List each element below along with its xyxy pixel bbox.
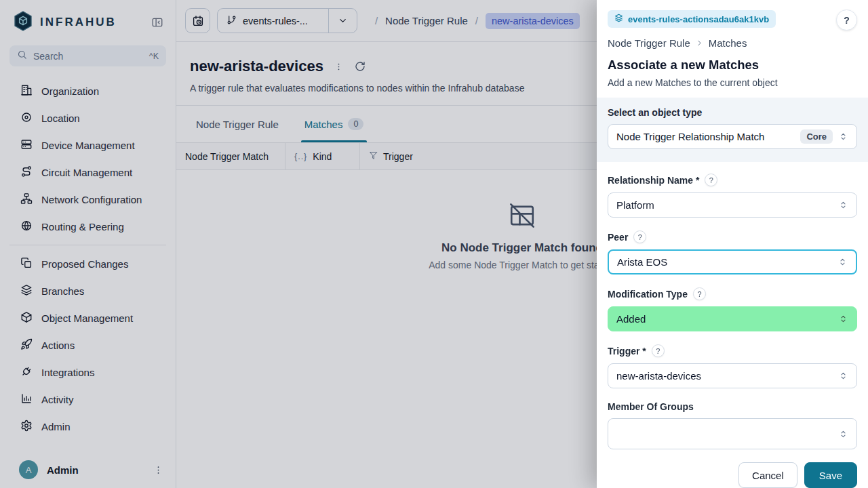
field-peer: Peer ? Arista EOS [608,230,857,274]
chevron-right-icon [695,39,704,47]
core-badge: Core [800,129,833,144]
object-type-label: Select an object type [608,107,857,118]
drawer-subtitle: Add a new Matches to the current object [608,77,857,88]
field-help-button[interactable]: ? [633,230,646,243]
chevrons-up-down-icon [838,371,848,381]
chevrons-up-down-icon [838,429,848,439]
object-type-select[interactable]: Node Trigger Relationship Match Core [608,124,857,149]
drawer-backdrop[interactable] [0,0,597,488]
field-help-button[interactable]: ? [693,287,706,300]
member-of-groups-select[interactable] [608,418,857,449]
drawer-footer: Cancel Save [597,462,868,488]
field-value: Platform [616,199,654,211]
branch-badge[interactable]: events-rules-actionsadau6ak1kvb [608,10,776,28]
help-button[interactable]: ? [836,9,857,30]
drawer-breadcrumb-parent[interactable]: Node Trigger Rule [608,37,690,49]
field-label: Relationship Name * [608,175,699,186]
chevrons-up-down-icon [838,131,848,142]
chevrons-up-down-icon [838,200,848,210]
drawer-breadcrumb-current: Matches [709,37,747,49]
field-relationship-name: Relationship Name * ? Platform [608,174,857,218]
layers-icon [614,14,623,24]
object-type-section: Select an object type Node Trigger Relat… [597,98,868,162]
cancel-button[interactable]: Cancel [738,462,797,488]
modification-type-select[interactable]: Added [608,306,857,331]
field-value: new-arista-devices [616,370,701,382]
chevrons-up-down-icon [838,314,848,324]
field-value: Added [616,313,646,325]
drawer-breadcrumb: Node Trigger Rule Matches [608,37,857,49]
field-help-button[interactable]: ? [652,344,665,357]
field-member-of-groups: Member Of Groups [608,401,857,449]
field-label: Peer [608,232,628,243]
branch-badge-label: events-rules-actionsadau6ak1kvb [628,14,769,24]
associate-matches-drawer: events-rules-actionsadau6ak1kvb ? Node T… [597,0,868,488]
peer-select[interactable]: Arista EOS [608,249,857,274]
chevrons-up-down-icon [837,257,848,267]
drawer-header: events-rules-actionsadau6ak1kvb ? Node T… [597,0,868,98]
field-value: Arista EOS [617,256,667,268]
trigger-select[interactable]: new-arista-devices [608,363,857,388]
field-label: Modification Type [608,289,688,300]
drawer-title: Associate a new Matches [608,58,857,73]
field-help-button[interactable]: ? [705,174,717,186]
object-type-value: Node Trigger Relationship Match [616,131,764,142]
field-label: Member Of Groups [608,401,694,412]
field-trigger: Trigger * ? new-arista-devices [608,344,857,388]
save-button[interactable]: Save [804,462,857,488]
drawer-form: Relationship Name * ? Platform Peer ? Ar… [597,162,868,462]
relationship-name-select[interactable]: Platform [608,192,857,218]
field-modification-type: Modification Type ? Added [608,287,857,331]
field-label: Trigger * [608,346,646,357]
